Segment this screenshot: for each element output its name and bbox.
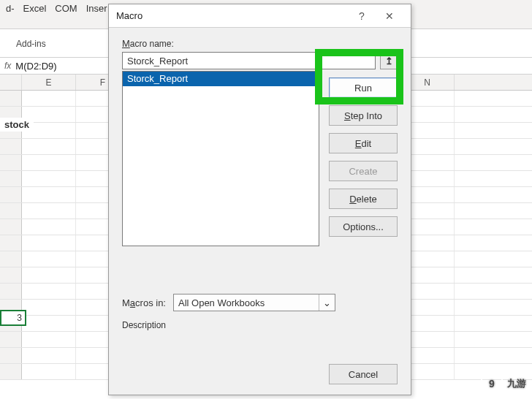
- dialog-title: Macro: [116, 10, 348, 21]
- delete-button[interactable]: Delete: [329, 189, 398, 209]
- dialog-titlebar[interactable]: Macro ? ✕: [109, 4, 411, 28]
- macro-listbox[interactable]: Storck_Report: [122, 71, 319, 246]
- options-button[interactable]: Options...: [329, 216, 398, 237]
- run-button[interactable]: Run: [329, 77, 398, 98]
- cell-stock-label: stock: [0, 118, 34, 132]
- edit-button[interactable]: Edit: [329, 133, 398, 153]
- macros-in-label: Macros in:: [122, 297, 166, 308]
- ribbon-group-addins: Add-ins: [16, 39, 46, 49]
- macros-in-value: All Open Workbooks: [178, 297, 265, 308]
- macro-dialog: Macro ? ✕ Macro name: ↥ Storck_Report Ru…: [108, 4, 411, 395]
- watermark-text: 九游: [507, 377, 526, 390]
- macros-in-select[interactable]: All Open Workbooks ⌄: [173, 294, 335, 311]
- close-button[interactable]: ✕: [376, 6, 403, 26]
- list-item[interactable]: Storck_Report: [123, 72, 319, 86]
- macro-name-input[interactable]: [122, 52, 376, 69]
- formula-value: M(D2:D9): [15, 61, 56, 72]
- create-button: Create: [329, 161, 398, 181]
- macro-name-label: Macro name:: [122, 38, 398, 49]
- fx-icon: fx: [0, 61, 15, 71]
- selected-cell[interactable]: 3: [0, 310, 26, 326]
- step-into-button[interactable]: Step Into: [329, 105, 398, 126]
- reference-edit-button[interactable]: ↥: [380, 52, 398, 69]
- chevron-down-icon: ⌄: [319, 294, 335, 311]
- help-button[interactable]: ?: [348, 6, 376, 26]
- description-label: Description: [122, 320, 166, 330]
- cancel-button[interactable]: Cancel: [329, 364, 398, 384]
- watermark-logo-icon: 9: [481, 373, 503, 395]
- watermark: 9 九游: [481, 373, 526, 395]
